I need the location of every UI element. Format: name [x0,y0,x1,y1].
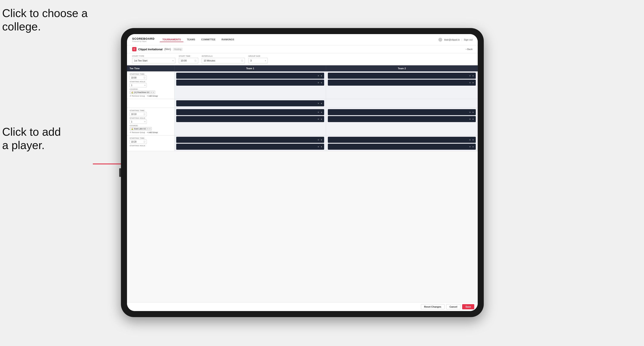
start-type-input[interactable]: 1st Tee Start ▾ [132,58,175,63]
course-label-1: Course: [130,88,172,90]
player-chevron-btn[interactable]: ▾ [472,75,474,77]
nav-link-committee[interactable]: COMMITTEE [199,37,218,42]
save-button[interactable]: Save [462,304,474,309]
player-chevron-btn[interactable]: ▾ [320,118,322,120]
player-x-btn[interactable]: ✕ [317,75,320,77]
form-controls: Start Type 1st Tee Start ▾ Start Time 10… [127,53,478,65]
start-type-group: Start Type 1st Tee Start ▾ [132,55,175,63]
starting-time-input-2[interactable]: 10:10 ⓘ [130,112,147,116]
course-label-2: Course: [130,125,172,127]
player-chevron-btn[interactable]: ▾ [320,146,322,148]
cancel-button[interactable]: Cancel [446,304,460,309]
tee-time-cell-3: Starting Time: 10:20 ⓘ Starting Hole: [127,136,174,151]
player-chevron-btn[interactable]: ▾ [320,102,322,105]
player-x-btn[interactable]: ✕ [317,139,320,141]
team2-cell-1: ✕ ▾ ✕ ▾ [326,71,478,99]
tee-actions-1: ↺ Remove Group + Add Group [130,95,172,97]
logo-title: SCOREBOARD [132,37,155,40]
table-header: Tee Time Team 1 Team 2 [127,65,478,71]
course-remove-1[interactable]: ✕ [150,91,152,93]
player-chevron-btn[interactable]: ▾ [472,111,474,114]
player-chevron-btn[interactable]: ▾ [472,82,474,84]
player-x-btn[interactable]: ✕ [317,118,320,120]
player-x-btn[interactable]: ✕ [469,139,471,141]
player-x-btn[interactable]: ✕ [469,75,471,77]
tee-time-cell-2: Starting Time: 10:10 ⓘ Starting Hole: 1 [127,108,174,135]
starting-hole-input-2[interactable]: 1 ▾ [130,120,147,124]
start-time-label: Start Time [179,55,198,57]
clippd-logo: C [132,47,136,51]
player-controls: ✕ ▾ [317,118,322,120]
table-row: Starting Time: 10:10 ⓘ Starting Hole: 1 [127,108,478,136]
starting-hole-label-3: Starting Hole: [130,145,172,147]
team1-cell-3: ✕ ▾ ✕ ▾ [174,136,326,151]
player-chevron-btn[interactable]: ▾ [320,82,322,84]
nav-link-rankings[interactable]: RANKINGS [219,37,237,42]
team2-cell-3: ✕ ▾ ✕ ▾ [326,136,478,151]
player-row: ✕ ▾ [176,109,324,115]
team2-cell-2: ✕ ▾ ✕ ▾ [326,108,478,135]
course-chevron-2: ▾ [150,128,150,130]
player-x-btn[interactable]: ✕ [469,146,471,148]
group-size-input[interactable]: 3 ▾ [248,58,268,63]
player-x-btn[interactable]: ✕ [469,111,471,114]
player-chevron-btn[interactable]: ▾ [472,118,474,120]
start-time-input[interactable]: 10:00 ⓘ [179,58,198,63]
player-row: ✕ ▾ [328,73,476,79]
add-group-link-1[interactable]: + Add Group [147,95,158,97]
hosting-badge: Hosting [173,48,183,51]
reset-changes-button[interactable]: Reset Changes [421,304,444,309]
player-x-btn[interactable]: ✕ [317,82,320,84]
starting-hole-input-1[interactable]: 1 ▾ [130,83,147,87]
starting-hole-label-2: Starting Hole: [130,117,172,119]
top-nav: SCOREBOARD Powered by clippd TOURNAMENTS… [127,34,478,45]
starting-time-label-3: Starting Time: [130,137,172,139]
player-x-btn[interactable]: ✕ [317,102,320,105]
course-tag-2[interactable]: ⛳ East Lake GC ✕ ▾ [130,127,152,131]
player-controls: ✕ ▾ [317,75,322,77]
th-team2: Team 2 [326,65,478,71]
player-x-btn[interactable]: ✕ [317,111,320,114]
remove-group-link-1[interactable]: ↺ Remove Group [130,95,145,97]
player-x-btn[interactable]: ✕ [469,82,471,84]
player-chevron-btn[interactable]: ▾ [320,111,322,114]
player-chevron-btn[interactable]: ▾ [472,146,474,148]
tournament-title: Clippd Invitational [138,48,162,51]
player-row: ✕ ▾ [176,144,324,150]
nav-links: TOURNAMENTS TEAMS COMMITTEE RANKINGS [160,37,438,42]
sign-out-link[interactable]: Sign out [464,38,472,41]
tee-actions-2: ↺ Remove Group + Add Group [130,131,172,134]
user-avatar [438,38,442,42]
course-tag-1[interactable]: ⛳ (A) Peachtree GC ✕ ▾ [130,91,155,94]
remove-group-link-2[interactable]: ↺ Remove Group [130,131,145,134]
starting-time-input-3[interactable]: 10:20 ⓘ [130,140,147,144]
player-controls: ✕ ▾ [317,82,322,84]
annotation-add-player: Click to add a player. [2,125,61,152]
add-group-link-2[interactable]: + Add Group [147,131,158,134]
starting-time-input-1[interactable]: 10:00 ⓘ [130,75,147,80]
sub-header: C Clippd Invitational (Men) Hosting ‹ Ba… [127,45,478,53]
nav-link-tournaments[interactable]: TOURNAMENTS [160,37,183,42]
start-time-info-icon: ⓘ [194,59,196,62]
player-chevron-btn[interactable]: ▾ [472,139,474,141]
group-size-chevron: ▾ [265,60,266,62]
player-x-btn[interactable]: ✕ [469,118,471,120]
player-row: ✕ ▾ [328,137,476,143]
player-controls: ✕ ▾ [469,75,474,77]
player-controls: ✕ ▾ [469,82,474,84]
logo-area: SCOREBOARD Powered by clippd [132,37,155,42]
course-remove-2[interactable]: ✕ [147,128,148,130]
player-x-btn[interactable]: ✕ [317,146,320,148]
course-flag-icon-1: ⛳ [131,91,133,93]
time-info-icon-2: ⓘ [144,113,145,115]
logo-sub: Powered by clippd [132,40,155,42]
intervals-input[interactable]: 10 Minutes ⓘ [202,58,245,63]
sub-header-left: C Clippd Invitational (Men) Hosting [132,47,183,51]
player-chevron-btn[interactable]: ▾ [320,75,322,77]
nav-link-teams[interactable]: TEAMS [184,37,198,42]
player-chevron-btn[interactable]: ▾ [320,139,322,141]
th-team1: Team 1 [174,65,326,71]
back-button[interactable]: ‹ Back [466,48,472,50]
player-row: ✕ ▾ [176,80,324,86]
player-row: ✕ ▾ [328,80,476,86]
